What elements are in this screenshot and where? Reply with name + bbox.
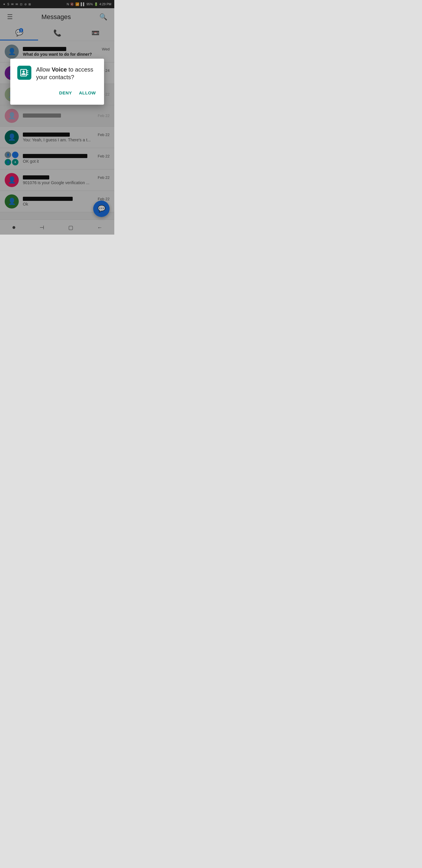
dialog-header: Allow Voice to access your contacts? — [17, 66, 97, 81]
dialog-actions: DENY ALLOW — [17, 88, 97, 98]
contacts-icon — [20, 68, 29, 77]
permission-dialog: Allow Voice to access your contacts? DEN… — [10, 59, 104, 105]
allow-button[interactable]: ALLOW — [78, 88, 97, 98]
dialog-title-text: Allow Voice to access your contacts? — [36, 66, 93, 80]
dialog-icon-wrap — [17, 66, 31, 80]
deny-button[interactable]: DENY — [58, 88, 73, 98]
svg-point-1 — [23, 71, 25, 73]
dialog-title: Allow Voice to access your contacts? — [36, 66, 97, 81]
dialog-overlay: Allow Voice to access your contacts? DEN… — [0, 0, 114, 235]
app-wrapper: ✦ S ✉ ✉ ⊡ ⊘ ⊞ N 🔇 📶 ▌▌ 95% 🔋 4:29 PM ☰ M… — [0, 0, 114, 235]
